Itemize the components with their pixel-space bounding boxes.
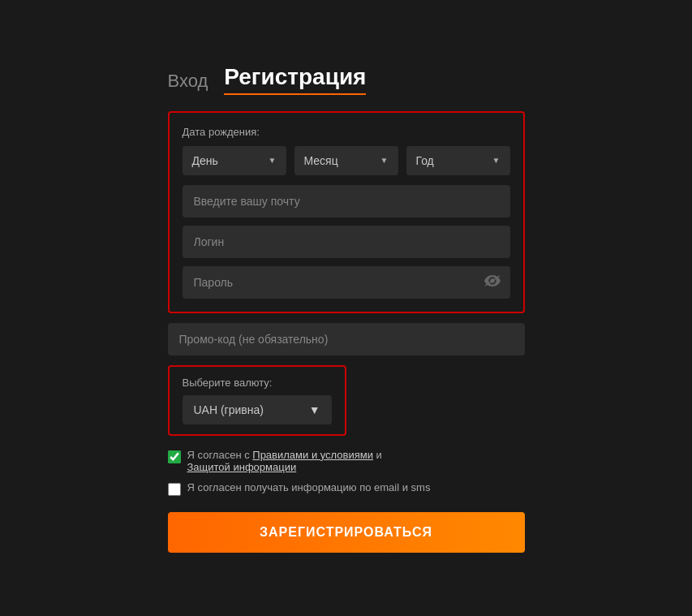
login-field[interactable] [183,226,510,258]
birthday-row: День ▼ Месяц ▼ Год ▼ [183,146,510,175]
email-sms-checkbox-row: Я согласен получать информацию по email … [168,481,525,496]
privacy-link[interactable]: Защитой информации [187,461,297,473]
password-field[interactable] [183,266,510,299]
currency-section: Выберите валюту: UAH (гривна) ▼ [168,365,346,436]
email-sms-checkbox[interactable] [168,483,181,496]
year-label: Год [416,154,434,167]
terms-checkbox[interactable] [168,450,181,463]
day-dropdown[interactable]: День ▼ [183,146,286,175]
month-dropdown[interactable]: Месяц ▼ [294,146,398,175]
currency-dropdown[interactable]: UAH (гривна) ▼ [183,395,332,424]
tab-register[interactable]: Регистрация [224,64,366,95]
tab-login[interactable]: Вход [168,71,208,95]
email-sms-label: Я согласен получать информацию по email … [187,481,431,493]
year-chevron-icon: ▼ [492,156,501,165]
day-label: День [192,154,218,167]
year-dropdown[interactable]: Год ▼ [406,146,510,175]
checkboxes-area: Я согласен с Правилами и условиями и Защ… [168,449,525,496]
currency-label: Выберите валюту: [183,377,332,389]
registration-container: Вход Регистрация Дата рождения: День ▼ М… [152,48,541,569]
auth-tabs: Вход Регистрация [168,64,525,95]
email-field[interactable] [183,185,510,218]
terms-text: Я согласен с Правилами и условиями и Защ… [187,449,382,473]
register-button[interactable]: ЗАРЕГИСТРИРОВАТЬСЯ [168,512,525,553]
terms-link[interactable]: Правилами и условиями [252,449,373,461]
month-label: Месяц [304,154,338,167]
form-main-section: Дата рождения: День ▼ Месяц ▼ Год ▼ [168,111,525,313]
terms-checkbox-row: Я согласен с Правилами и условиями и Защ… [168,449,525,473]
currency-value: UAH (гривна) [194,403,264,416]
eye-icon[interactable] [484,275,501,290]
month-chevron-icon: ▼ [380,156,389,165]
promo-field[interactable] [168,323,525,355]
password-wrapper [183,266,510,299]
day-chevron-icon: ▼ [269,156,277,165]
birthday-label: Дата рождения: [183,126,510,138]
currency-chevron-icon: ▼ [309,403,320,416]
